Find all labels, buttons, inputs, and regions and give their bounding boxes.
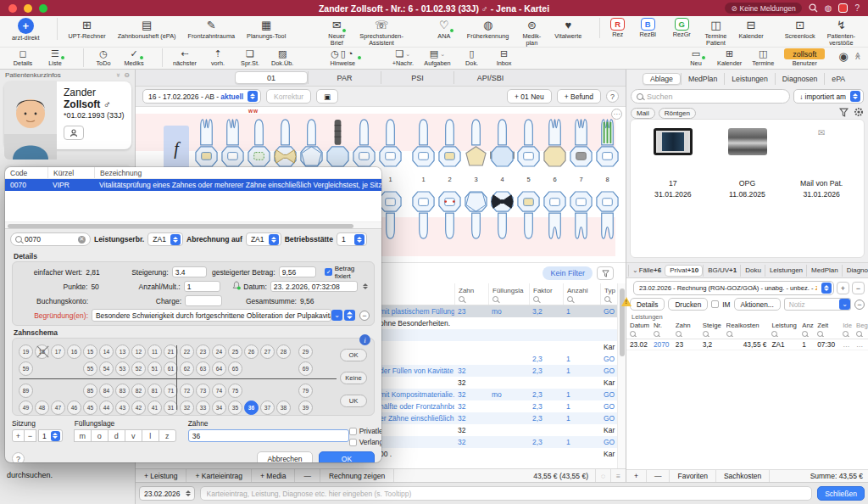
tooth[interactable]: [272, 114, 298, 170]
toolbar-button[interactable]: ❏ Spr.St.: [239, 48, 261, 67]
column-search-icon[interactable]: [459, 296, 465, 302]
tooth-select-button[interactable]: [66, 382, 82, 399]
tooth-select-button[interactable]: 37: [259, 399, 275, 416]
details-button[interactable]: Details: [630, 298, 665, 311]
tooth[interactable]: [463, 188, 489, 244]
datum-input[interactable]: 23. 2.2026, 07:32:08: [270, 281, 358, 292]
kuerzel-column-header[interactable]: Kürzel: [47, 167, 94, 178]
gesteigerter-betrag-input[interactable]: 9,56: [279, 266, 317, 277]
tooth[interactable]: [437, 188, 463, 244]
select-ok-button[interactable]: OK: [340, 349, 367, 361]
tooth-select-button[interactable]: 51: [147, 360, 163, 377]
tooth-select-button[interactable]: 45: [82, 399, 98, 416]
column-search-icon[interactable]: [604, 296, 610, 302]
add-invoice-button[interactable]: +: [837, 282, 849, 294]
tooth-select-button[interactable]: 26: [243, 343, 259, 360]
case-tab[interactable]: Diagnosen: [842, 265, 868, 277]
korrektur-button[interactable]: Korrektur: [266, 89, 311, 104]
tooth[interactable]: [298, 114, 325, 170]
toolbar-button[interactable]: ⊟ Inbox: [493, 48, 515, 67]
toolbar-button[interactable]: ↯ Patienten- verstöße: [827, 18, 855, 47]
toolbar-button[interactable]: ♥ Vitalwerte: [554, 18, 581, 40]
begruendung-combo[interactable]: Besondere Schwierigkeit durch fortgeschr…: [92, 309, 331, 322]
case-tab[interactable]: Doku: [740, 265, 765, 277]
code-column-header[interactable]: Code: [5, 167, 47, 178]
tooth[interactable]: [594, 188, 620, 244]
filter-pill[interactable]: Kein Filter: [542, 266, 593, 280]
sitzung-minus-button[interactable]: −: [24, 429, 36, 442]
column-search-icon[interactable]: [726, 331, 732, 337]
tooth[interactable]: [515, 188, 542, 244]
ablage-tab[interactable]: Leistungen: [724, 73, 775, 85]
tooth[interactable]: [437, 114, 463, 170]
help-button[interactable]: ?: [606, 90, 619, 103]
bell-icon[interactable]: [232, 281, 241, 292]
tooth-select-button[interactable]: 44: [98, 399, 114, 416]
tooth[interactable]: [568, 188, 594, 244]
fuellungslage-option[interactable]: z: [159, 429, 176, 442]
clear-icon[interactable]: ✕: [78, 236, 86, 244]
tooth[interactable]: [515, 114, 542, 170]
ablage-search-input[interactable]: Suchen: [631, 89, 790, 104]
verlangensleistung-checkbox[interactable]: [349, 439, 357, 446]
toolbar-button[interactable]: ⊡ Screenlock: [785, 18, 815, 40]
toolbar-button[interactable]: ⊜ Medik- plan: [520, 18, 542, 47]
tooth-select-button[interactable]: 83: [114, 382, 131, 399]
column-search-icon[interactable]: [654, 331, 659, 337]
fuellungslage-option[interactable]: d: [108, 429, 125, 442]
patient-card[interactable]: Zander Zollsoft ♂ *01.02.1993 (33J): [4, 81, 131, 149]
im-checkbox[interactable]: [711, 300, 719, 308]
filter-mail-pill[interactable]: Mail: [631, 108, 655, 119]
tooth-select-button[interactable]: 75: [227, 382, 243, 399]
aktionen-button[interactable]: Aktionen...: [734, 298, 781, 311]
toolbar-button[interactable]: ▤ Zahnbonusheft (ePA): [118, 18, 176, 40]
dialog-help-button[interactable]: ?: [12, 452, 25, 462]
tooth-select-button[interactable]: 14: [98, 343, 114, 360]
remove-leistung-button[interactable]: —: [647, 470, 670, 482]
tooth-select-button[interactable]: [243, 360, 259, 377]
help-icon[interactable]: ?: [854, 3, 860, 13]
minus-icon[interactable]: −: [359, 311, 370, 321]
toolbar-button[interactable]: ⇠ nächster: [162, 48, 197, 67]
case-tab[interactable]: Privat+10: [665, 265, 703, 277]
toolbar-button[interactable]: ⇡ vorh.: [207, 48, 229, 67]
file-thumbnail[interactable]: [728, 128, 767, 155]
column-search-icon[interactable]: [802, 331, 808, 337]
toolbar-button[interactable]: ▭ Neu: [685, 48, 707, 67]
charge-input[interactable]: [185, 295, 222, 306]
toolbar-button[interactable]: ✉ Neuer Brief: [326, 18, 348, 47]
tooth[interactable]: [246, 114, 272, 170]
patient-details-button[interactable]: [64, 126, 84, 140]
close-window-icon[interactable]: [8, 4, 17, 13]
collapse-toolbar-icon[interactable]: ≪: [853, 52, 861, 59]
tooth-select-button[interactable]: 79: [298, 382, 314, 399]
befund-f-tab[interactable]: f: [164, 126, 189, 172]
select-uk-button[interactable]: UK: [340, 395, 367, 407]
sort-select[interactable]: ↓ importiert am: [793, 89, 864, 104]
column-search-icon[interactable]: [817, 331, 823, 337]
befund-tab[interactable]: PSI: [381, 71, 453, 84]
tooth-select-button[interactable]: [275, 382, 292, 399]
privatleistung-checkbox[interactable]: [349, 428, 357, 435]
info-icon[interactable]: i: [359, 334, 370, 345]
leistung-row[interactable]: 23.02 2070 23 3,2 43,55 € ZA1 1 07:30 … …: [626, 339, 868, 350]
tooth-select-button[interactable]: 84: [98, 382, 114, 399]
case-tab[interactable]: Leistungen: [765, 265, 806, 277]
bezeichnung-column-header[interactable]: Bezeichnung: [94, 167, 381, 178]
recording-status-icon[interactable]: [838, 3, 848, 13]
tooth-select-button[interactable]: 38: [275, 399, 292, 416]
rechnung-zeigen-tab[interactable]: Rechnung zeigen: [320, 469, 394, 482]
case-tab[interactable]: MedPlan: [806, 265, 842, 277]
tooth[interactable]: [377, 114, 403, 170]
tooth-select-button[interactable]: 82: [131, 382, 147, 399]
tooth-select-button[interactable]: 62: [179, 360, 195, 377]
tooth-select-button[interactable]: 19: [18, 343, 34, 360]
funnel-icon[interactable]: [597, 266, 614, 280]
steigerung-input[interactable]: 3.4: [172, 266, 207, 277]
tooth-select-button[interactable]: 39: [298, 399, 314, 416]
toolbar-button[interactable]: ▤ Aufgaben: [424, 48, 450, 67]
abrechnung-select[interactable]: ZA1: [246, 232, 281, 246]
befund-tab[interactable]: PAR: [308, 71, 381, 84]
tooth-select-button[interactable]: 16: [66, 343, 82, 360]
toolbar-button[interactable]: + arzt-direkt: [12, 18, 39, 42]
